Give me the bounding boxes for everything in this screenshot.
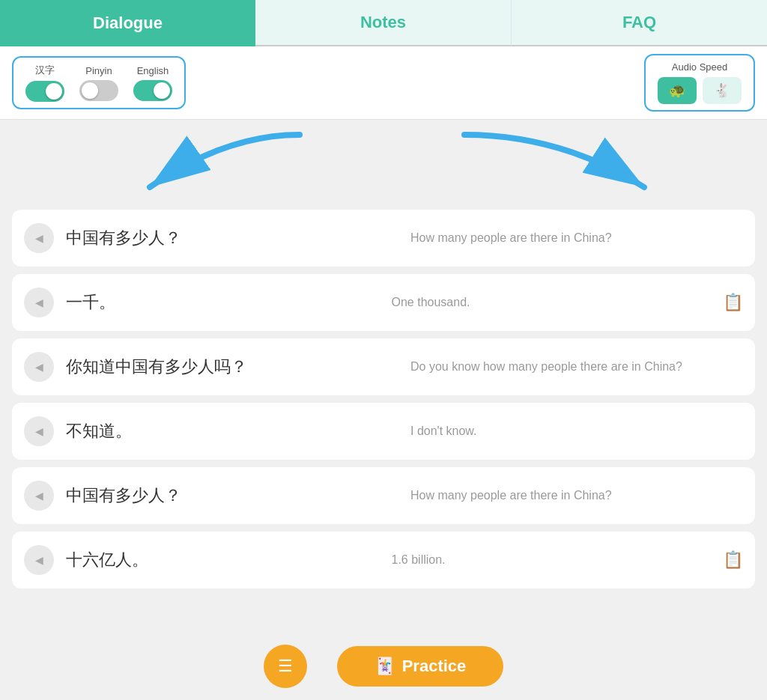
play-button-6[interactable]: ◀ bbox=[24, 545, 54, 575]
english-toggle[interactable] bbox=[133, 80, 172, 101]
play-button-1[interactable]: ◀ bbox=[24, 223, 54, 253]
dialogue-row: ◀ 不知道。 I don't know. bbox=[12, 403, 755, 460]
audio-speed-buttons: 🐢 🐇 bbox=[658, 77, 742, 104]
dialogue-row: ◀ 中国有多少人？ How many people are there in C… bbox=[12, 210, 755, 267]
practice-icon: 🃏 bbox=[375, 657, 395, 676]
english-text-3: Do you know how many people there are in… bbox=[410, 360, 743, 374]
audio-speed-group: Audio Speed 🐢 🐇 bbox=[644, 54, 755, 112]
dialogue-row: ◀ 中国有多少人？ How many people are there in C… bbox=[12, 467, 755, 524]
tab-bar: Dialogue Notes FAQ bbox=[0, 0, 767, 46]
english-text-4: I don't know. bbox=[410, 424, 743, 438]
menu-icon: ☰ bbox=[278, 657, 293, 676]
play-button-3[interactable]: ◀ bbox=[24, 352, 54, 382]
chinese-text-5: 中国有多少人？ bbox=[66, 484, 398, 507]
controls-row: 汉字 Pinyin English bbox=[0, 46, 767, 120]
toggle-group: 汉字 Pinyin English bbox=[12, 56, 186, 109]
arrows-container bbox=[0, 120, 767, 202]
tab-faq[interactable]: FAQ bbox=[511, 0, 767, 46]
dialogue-row: ◀ 十六亿人。 1.6 billion. 📋 bbox=[12, 532, 755, 588]
pinyin-label: Pinyin bbox=[85, 65, 112, 76]
chinese-text-1: 中国有多少人？ bbox=[66, 227, 398, 249]
note-icon-6[interactable]: 📋 bbox=[723, 550, 743, 570]
hanzi-thumb bbox=[46, 83, 62, 100]
english-track bbox=[133, 80, 172, 101]
english-text-6: 1.6 billion. bbox=[392, 553, 706, 567]
english-text-2: One thousand. bbox=[392, 296, 706, 309]
slow-speed-button[interactable]: 🐢 bbox=[658, 77, 697, 104]
fast-speed-button[interactable]: 🐇 bbox=[703, 77, 742, 104]
dialogue-list: ◀ 中国有多少人？ How many people are there in C… bbox=[0, 202, 767, 663]
pinyin-track bbox=[79, 80, 118, 101]
bottom-bar: ☰ 🃏 Practice bbox=[0, 633, 767, 700]
english-toggle-item: English bbox=[133, 65, 172, 101]
english-label: English bbox=[137, 65, 169, 76]
blue-arrows-svg bbox=[0, 120, 767, 202]
chinese-text-4: 不知道。 bbox=[66, 420, 398, 442]
dialogue-row: ◀ 一千。 One thousand. 📋 bbox=[12, 274, 755, 331]
audio-speed-label: Audio Speed bbox=[672, 61, 727, 73]
chinese-text-2: 一千。 bbox=[66, 291, 380, 314]
play-button-5[interactable]: ◀ bbox=[24, 481, 54, 511]
english-thumb bbox=[154, 82, 170, 99]
dialogue-row: ◀ 你知道中国有多少人吗？ Do you know how many peopl… bbox=[12, 338, 755, 395]
note-icon-2[interactable]: 📋 bbox=[723, 293, 743, 312]
practice-label: Practice bbox=[402, 657, 467, 676]
tab-dialogue[interactable]: Dialogue bbox=[0, 0, 255, 46]
practice-button[interactable]: 🃏 Practice bbox=[337, 646, 504, 687]
hanzi-label: 汉字 bbox=[35, 64, 55, 77]
play-button-4[interactable]: ◀ bbox=[24, 416, 54, 446]
pinyin-thumb bbox=[82, 82, 98, 99]
pinyin-toggle[interactable] bbox=[79, 80, 118, 101]
hanzi-toggle-item: 汉字 bbox=[25, 64, 64, 102]
menu-button[interactable]: ☰ bbox=[264, 645, 307, 688]
tab-notes[interactable]: Notes bbox=[255, 0, 511, 46]
english-text-1: How many people are there in China? bbox=[410, 231, 743, 245]
hanzi-toggle[interactable] bbox=[25, 81, 64, 102]
pinyin-toggle-item: Pinyin bbox=[79, 65, 118, 101]
english-text-5: How many people are there in China? bbox=[410, 489, 743, 502]
hanzi-track bbox=[25, 81, 64, 102]
chinese-text-3: 你知道中国有多少人吗？ bbox=[66, 356, 398, 378]
play-button-2[interactable]: ◀ bbox=[24, 287, 54, 317]
chinese-text-6: 十六亿人。 bbox=[66, 549, 380, 571]
